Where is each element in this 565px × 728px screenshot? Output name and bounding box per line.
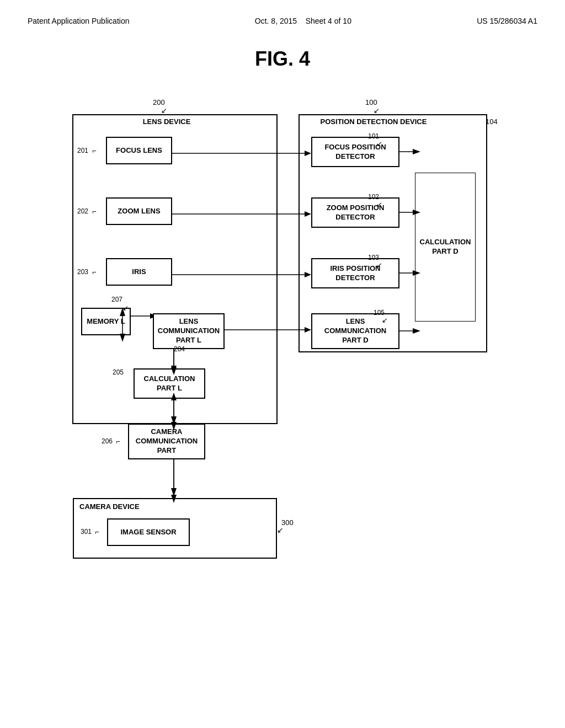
- zoom-lens-box: ZOOM LENS: [106, 197, 172, 225]
- memory-l-ref-num: 207: [111, 296, 122, 303]
- lens-comm-d-ref-num: 105: [374, 309, 385, 317]
- svg-marker-19: [171, 488, 177, 496]
- zoom-pos-ref-arrow: ↙: [376, 200, 382, 208]
- camera-comm-ref: 206: [102, 437, 113, 445]
- zoom-pos-ref-num: 102: [368, 193, 379, 201]
- lens-comm-l-box: LENS COMMUNICATION PART L: [153, 313, 225, 349]
- svg-marker-21: [413, 149, 420, 154]
- iris-pos-ref-num: 103: [368, 254, 379, 261]
- lens-device-label: LENS DEVICE: [111, 117, 222, 126]
- zoom-lens-ref: 202: [77, 207, 88, 215]
- svg-marker-7: [305, 272, 311, 277]
- focus-lens-ref-arrow: ⌐: [92, 147, 97, 155]
- focus-lens-box: FOCUS LENS: [106, 137, 172, 164]
- focus-pos-box: FOCUS POSITION DETECTOR: [311, 137, 399, 167]
- camera-device-ref-arrow: ↙: [277, 526, 284, 534]
- iris-box: IRIS: [106, 258, 172, 286]
- diagram-container: 200 ↙ 100 ↙ LENS DEVICE POSITION DETECTI…: [67, 87, 498, 567]
- header-center: Oct. 8, 2015 Sheet 4 of 10: [255, 17, 351, 25]
- camera-device-outer: CAMERA DEVICE IMAGE SENSOR 301 ⌐: [73, 498, 277, 559]
- figure-title: FIG. 4: [28, 47, 537, 71]
- iris-pos-ref-arrow: ↙: [376, 261, 382, 269]
- image-sensor-box: IMAGE SENSOR: [107, 518, 190, 546]
- focus-pos-ref-arrow: ↙: [376, 140, 382, 148]
- focus-lens-ref: 201: [77, 147, 88, 154]
- calc-l-box: CALCULATION PART L: [134, 368, 205, 399]
- svg-marker-27: [413, 328, 420, 334]
- camera-device-title: CAMERA DEVICE: [79, 502, 140, 511]
- page: Patent Application Publication Oct. 8, 2…: [0, 0, 565, 728]
- iris-ref: 203: [77, 268, 88, 276]
- pos-detection-arrow: ↙: [374, 106, 380, 115]
- calc-d-box: CALCULATION PART D: [415, 173, 476, 322]
- pos-detection-label: POSITION DETECTION DEVICE: [302, 117, 445, 126]
- iris-pos-box: IRIS POSITION DETECTOR: [311, 258, 399, 288]
- iris-ref-arrow: ⌐: [92, 268, 97, 276]
- image-sensor-ref-arrow: ⌐: [95, 528, 99, 536]
- pos-detection-ref: 100: [365, 98, 377, 106]
- lens-comm-l-ref: 204: [174, 345, 185, 353]
- memory-l-ref-arrow: ↙: [122, 304, 129, 312]
- calc-d-outer-ref: 104: [486, 117, 498, 126]
- lens-device-arrow: ↙: [161, 106, 167, 115]
- header-right: US 15/286034 A1: [477, 17, 537, 25]
- calc-l-ref: 205: [113, 368, 124, 376]
- svg-marker-5: [305, 211, 311, 217]
- page-header: Patent Application Publication Oct. 8, 2…: [28, 17, 537, 25]
- zoom-lens-ref-arrow: ⌐: [92, 207, 97, 216]
- zoom-pos-box: ZOOM POSITION DETECTOR: [311, 197, 399, 228]
- lens-comm-d-ref-arrow: ↙: [382, 316, 388, 324]
- camera-comm-ref-arrow: ⌐: [116, 437, 120, 446]
- image-sensor-ref: 301: [81, 528, 92, 536]
- svg-marker-3: [305, 151, 311, 156]
- camera-comm-box: CAMERA COMMUNICATION PART: [128, 424, 205, 459]
- svg-marker-10: [305, 327, 311, 333]
- header-left: Patent Application Publication: [28, 17, 129, 25]
- lens-device-ref: 200: [153, 98, 165, 106]
- focus-pos-ref-num: 101: [368, 132, 379, 140]
